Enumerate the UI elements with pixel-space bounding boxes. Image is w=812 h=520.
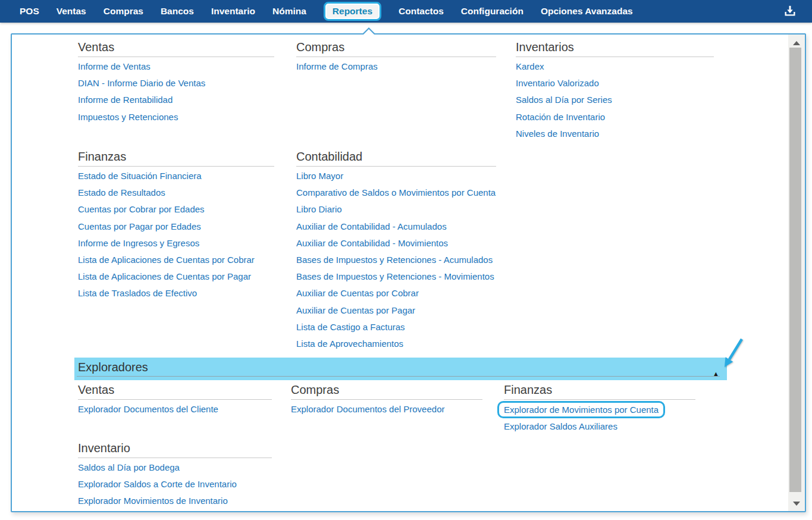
section-links-exp-inventario: Saldos al Día por BodegaExplorador Saldo… — [78, 459, 272, 510]
annotation-arrow-icon — [708, 329, 750, 374]
section-title-contabilidad: Contabilidad — [296, 149, 496, 167]
section-title-exp-inventario: Inventario — [78, 441, 272, 458]
section-title-finanzas: Finanzas — [78, 149, 274, 167]
section-title-exp-compras: Compras — [291, 383, 482, 400]
panel-caret-fill — [363, 29, 374, 35]
nav-item-opciones-avanzadas[interactable]: Opciones Avanzadas — [541, 6, 633, 17]
menu-link-bases-de-impuestos-y-retenciones-acumulados[interactable]: Bases de Impuestos y Retenciones - Acumu… — [296, 252, 496, 268]
band-underline — [77, 376, 720, 377]
section-links-ventas: Informe de VentasDIAN - Informe Diario d… — [78, 58, 274, 126]
nav-item-ventas[interactable]: Ventas — [57, 6, 86, 17]
section-title-ventas: Ventas — [78, 40, 274, 57]
section-title-inventarios: Inventarios — [516, 40, 714, 57]
menu-section-exp-compras: ComprasExplorador Documentos del Proveed… — [291, 383, 482, 418]
section-links-compras: Informe de Compras — [296, 58, 496, 75]
exploradores-band[interactable]: Exploradores ▲ — [74, 358, 727, 380]
menu-link-informe-de-ingresos-y-egresos[interactable]: Informe de Ingresos y Egresos — [78, 235, 274, 252]
menu-link-explorador-movimientos-de-inventario[interactable]: Explorador Movimientos de Inventario — [78, 493, 272, 509]
navbar: POSVentasComprasBancosInventarioNóminaRe… — [0, 0, 812, 23]
menu-link-cuentas-por-cobrar-por-edades[interactable]: Cuentas por Cobrar por Edades — [78, 201, 274, 218]
menu-link-dian-informe-diario-de-ventas[interactable]: DIAN - Informe Diario de Ventas — [78, 75, 274, 92]
menu-section-contabilidad: ContabilidadLibro MayorComparativo de Sa… — [296, 149, 496, 352]
menu-link-informe-de-compras[interactable]: Informe de Compras — [296, 58, 496, 75]
menu-link-cuentas-por-pagar-por-edades[interactable]: Cuentas por Pagar por Edades — [78, 218, 274, 235]
menu-link-informe-de-ventas[interactable]: Informe de Ventas — [78, 58, 274, 75]
section-links-finanzas: Estado de Situación FinancieraEstado de … — [78, 168, 274, 302]
menu-section-exp-ventas: VentasExplorador Documentos del Cliente — [78, 383, 272, 418]
menu-link-impuestos-y-retenciones[interactable]: Impuestos y Retenciones — [78, 109, 274, 126]
menu-link-explorador-saldos-a-corte-de-inventario[interactable]: Explorador Saldos a Corte de Inventario — [78, 476, 272, 493]
menu-link-niveles-de-inventario[interactable]: Niveles de Inventario — [516, 126, 714, 142]
scroll-down-icon[interactable] — [793, 502, 800, 506]
section-links-exp-ventas: Explorador Documentos del Cliente — [78, 401, 272, 418]
menu-section-inventarios: InventariosKardexInventario ValorizadoSa… — [516, 40, 714, 142]
nav-item-compras[interactable]: Compras — [104, 6, 143, 17]
download-icon — [783, 5, 797, 18]
menu-link-auxiliar-de-contabilidad-movimientos[interactable]: Auxiliar de Contabilidad - Movimientos — [296, 235, 496, 252]
menu-link-lista-de-traslados-de-efectivo[interactable]: Lista de Traslados de Efectivo — [78, 285, 274, 302]
menu-link-estado-de-situacion-financiera[interactable]: Estado de Situación Financiera — [78, 168, 274, 184]
nav-item-bancos[interactable]: Bancos — [161, 6, 194, 17]
menu-link-explorador-saldos-auxiliares[interactable]: Explorador Saldos Auxiliares — [504, 418, 695, 435]
nav-item-nomina[interactable]: Nómina — [272, 6, 306, 17]
menu-link-lista-de-aprovechamientos[interactable]: Lista de Aprovechamientos — [296, 336, 496, 352]
menu-link-libro-mayor[interactable]: Libro Mayor — [296, 168, 496, 184]
exploradores-band-title: Exploradores — [78, 361, 148, 374]
nav-item-contactos[interactable]: Contactos — [399, 6, 444, 17]
menu-link-auxiliar-de-cuentas-por-pagar[interactable]: Auxiliar de Cuentas por Pagar — [296, 302, 496, 319]
menu-link-estado-de-resultados[interactable]: Estado de Resultados — [78, 184, 274, 201]
menu-link-libro-diario[interactable]: Libro Diario — [296, 201, 496, 218]
menu-link-auxiliar-de-contabilidad-acumulados[interactable]: Auxiliar de Contabilidad - Acumulados — [296, 218, 496, 235]
menu-link-rotacion-de-inventario[interactable]: Rotación de Inventario — [516, 109, 714, 126]
scrollbar[interactable] — [788, 35, 805, 511]
menu-link-saldos-al-dia-por-series[interactable]: Saldos al Día por Series — [516, 92, 714, 108]
menu-section-exp-inventario: InventarioSaldos al Día por BodegaExplor… — [78, 441, 272, 510]
nav-item-configuracion[interactable]: Configuración — [461, 6, 523, 17]
section-title-exp-ventas: Ventas — [78, 383, 272, 400]
menu-link-informe-de-rentabilidad[interactable]: Informe de Rentabilidad — [78, 92, 274, 108]
section-title-compras: Compras — [296, 40, 496, 57]
nav-item-pos[interactable]: POS — [20, 6, 39, 17]
menu-link-saldos-al-dia-por-bodega[interactable]: Saldos al Día por Bodega — [78, 459, 272, 476]
menu-link-lista-de-castigo-a-facturas[interactable]: Lista de Castigo a Facturas — [296, 319, 496, 336]
nav-item-reportes[interactable]: Reportes — [324, 2, 381, 21]
scroll-up-icon[interactable] — [793, 41, 800, 45]
scrollbar-thumb[interactable] — [789, 48, 801, 492]
menu-link-lista-de-aplicaciones-de-cuentas-por-cobrar[interactable]: Lista de Aplicaciones de Cuentas por Cob… — [78, 252, 274, 268]
menu-section-ventas: VentasInforme de VentasDIAN - Informe Di… — [78, 40, 274, 126]
menu-link-explorador-documentos-del-cliente[interactable]: Explorador Documentos del Cliente — [78, 401, 272, 418]
nav-item-inventario[interactable]: Inventario — [211, 6, 255, 17]
menu-link-explorador-documentos-del-proveedor[interactable]: Explorador Documentos del Proveedor — [291, 401, 482, 418]
menu-section-compras: ComprasInforme de Compras — [296, 40, 496, 75]
menu-link-bases-de-impuestos-y-retenciones-movimientos[interactable]: Bases de Impuestos y Retenciones - Movim… — [296, 268, 496, 285]
navbar-items: POSVentasComprasBancosInventarioNóminaRe… — [0, 2, 633, 21]
annotation-highlight-box: Explorador de Movimientos por Cuenta — [497, 401, 665, 418]
menu-link-inventario-valorizado[interactable]: Inventario Valorizado — [516, 75, 714, 92]
menu-link-auxiliar-de-cuentas-por-cobrar[interactable]: Auxiliar de Cuentas por Cobrar — [296, 285, 496, 302]
section-links-contabilidad: Libro MayorComparativo de Saldos o Movim… — [296, 168, 496, 352]
download-button[interactable] — [783, 5, 797, 18]
highlighted-link-explorador-de-movimientos-por-cuenta[interactable]: Explorador de Movimientos por Cuenta — [504, 401, 695, 418]
menu-link-lista-de-aplicaciones-de-cuentas-por-pagar[interactable]: Lista de Aplicaciones de Cuentas por Pag… — [78, 268, 274, 285]
menu-link-kardex[interactable]: Kardex — [516, 58, 714, 75]
menu-section-exp-finanzas: FinanzasExplorador de Movimientos por Cu… — [504, 383, 695, 435]
section-title-exp-finanzas: Finanzas — [504, 383, 695, 400]
section-links-exp-compras: Explorador Documentos del Proveedor — [291, 401, 482, 418]
menu-section-finanzas: FinanzasEstado de Situación FinancieraEs… — [78, 149, 274, 302]
menu-link-comparativo-de-saldos-o-movimientos-por-cuenta[interactable]: Comparativo de Saldos o Movimientos por … — [296, 184, 496, 201]
reports-menu-panel: VentasInforme de VentasDIAN - Informe Di… — [11, 33, 806, 512]
section-links-inventarios: KardexInventario ValorizadoSaldos al Día… — [516, 58, 714, 142]
section-links-exp-finanzas: Explorador de Movimientos por CuentaExpl… — [504, 401, 695, 435]
